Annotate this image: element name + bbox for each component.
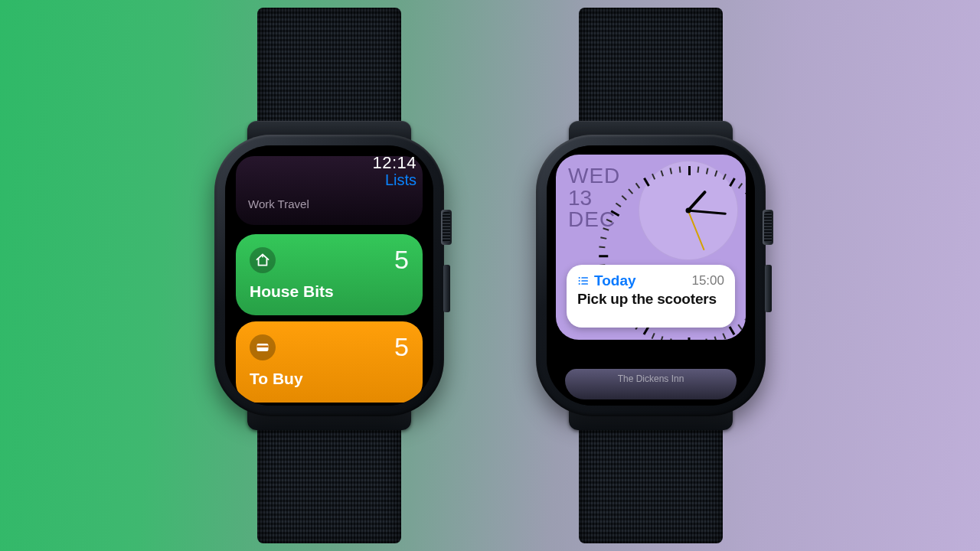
stage: 12:14 Lists Work Travel [0,0,980,551]
peek-label: The Dickens Inn [618,373,684,384]
list-card-to-buy[interactable]: 5 To Buy [236,321,423,403]
card-icon [250,334,276,360]
reminder-text: Pick up the scooters [577,291,724,308]
list-title: House Bits [250,282,409,301]
home-icon [250,247,276,273]
watch-case: WED 13 DEC [536,135,766,416]
reminder-list-label: Today [594,272,636,289]
status-time: 12:14 [372,153,416,173]
date-clock-widget[interactable]: WED 13 DEC [556,155,746,340]
analog-clock [639,161,738,260]
svg-point-4 [579,280,580,282]
list-count: 5 [394,332,409,362]
list-title: To Buy [250,370,409,388]
side-button[interactable] [765,265,772,312]
watch-screen-lists: 12:14 Lists Work Travel [225,145,433,406]
watch-left: 12:14 Lists Work Travel [203,38,456,513]
list-bullets-icon [577,275,590,287]
watch-band-top [257,8,401,138]
watch-band-top [579,8,723,138]
list-card-house-bits[interactable]: 5 House Bits [236,234,423,315]
watch-band-bottom [257,413,401,543]
watch-right: WED 13 DEC [524,38,777,513]
list-card-label: Work Travel [248,197,309,210]
reminder-card[interactable]: Today 15:00 Pick up the scooters [567,265,735,328]
digital-crown[interactable] [441,210,452,245]
back-to-lists-link[interactable]: Lists [372,171,416,189]
reminder-time: 15:00 [691,273,724,289]
side-button[interactable] [443,265,450,312]
digital-crown[interactable] [763,210,773,245]
svg-rect-7 [581,283,588,284]
status-bar: 12:14 Lists [372,153,416,189]
next-widget-peek[interactable]: The Dickens Inn [565,369,737,399]
list-count: 5 [394,245,409,275]
svg-point-2 [579,277,580,279]
svg-rect-3 [581,277,588,278]
svg-rect-1 [257,345,269,347]
svg-rect-5 [581,280,588,281]
svg-point-6 [579,283,580,285]
watch-case: 12:14 Lists Work Travel [214,135,444,416]
watch-screen-smartstack: WED 13 DEC [547,145,755,406]
watch-band-bottom [579,413,723,543]
